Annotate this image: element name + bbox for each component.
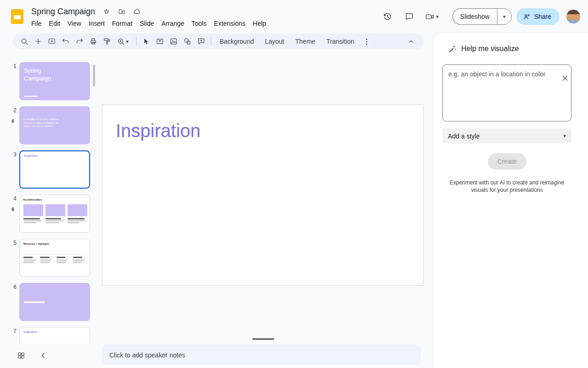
cursor-icon — [142, 37, 150, 46]
slide-number: 6 — [10, 284, 17, 290]
slide-thumbnail-2[interactable]: A campaign full of fresh, fantastical, i… — [19, 106, 90, 144]
slide-number: 3 — [10, 151, 17, 158]
create-button[interactable]: Create — [488, 153, 526, 170]
version-history-button[interactable] — [382, 11, 393, 22]
add-style-label: Add a style — [448, 132, 480, 140]
header: Spring Campaign File Edit View Insert Fo… — [31, 6, 270, 29]
add-style-dropdown[interactable]: Add a style ▾ — [442, 128, 571, 144]
cloud-saved-icon[interactable] — [133, 8, 141, 16]
background-button[interactable]: Background — [214, 34, 260, 48]
toolbar-separator — [136, 37, 136, 46]
undo-icon — [62, 37, 70, 46]
slide-thumbnail-4[interactable]: Key Deliverables — [19, 195, 90, 233]
history-icon — [383, 12, 392, 22]
menu-help[interactable]: Help — [249, 18, 270, 29]
document-title[interactable]: Spring Campaign — [31, 7, 95, 17]
layout-button[interactable]: Layout — [260, 34, 290, 48]
menu-arrange[interactable]: Arrange — [158, 18, 188, 29]
grid-view-button[interactable] — [16, 350, 27, 361]
slide-filmstrip: 1 2 3 4 5 6 7 Spring Campaign A campaign… — [0, 52, 97, 343]
zoom-button[interactable]: ▾ — [114, 34, 133, 48]
caret-down-icon: ▾ — [126, 39, 129, 44]
comment-icon — [405, 12, 414, 21]
star-icon[interactable] — [103, 8, 110, 15]
new-slide-button[interactable] — [31, 34, 45, 48]
search-icon — [20, 37, 28, 46]
thumb-title: Inspiration — [20, 328, 90, 334]
menu-tools[interactable]: Tools — [188, 18, 210, 29]
toolbar: ▾ Background Layout Theme Transition ⋮ — [13, 34, 424, 49]
comments-button[interactable] — [404, 11, 415, 22]
panel-caption-text: Experiment with our AI to create and rei… — [447, 179, 567, 194]
templates-button[interactable] — [45, 34, 59, 48]
speaker-notes[interactable]: Click to add speaker notes — [102, 345, 421, 365]
undo-button[interactable] — [59, 34, 73, 48]
insert-image-button[interactable] — [167, 34, 181, 48]
help-me-visualize-panel: Help me visualize Add a style ▾ Create E… — [434, 33, 588, 368]
menu-view[interactable]: View — [64, 18, 85, 29]
slide-thumbnail-5[interactable]: Milestones + Highlights — [19, 239, 90, 277]
redo-button[interactable] — [73, 34, 86, 48]
collapse-filmstrip-button[interactable] — [38, 350, 49, 361]
text-box-button[interactable] — [153, 34, 167, 48]
videocam-icon — [425, 12, 435, 22]
menu-extensions[interactable]: Extensions — [210, 18, 249, 29]
transition-button[interactable]: Transition — [321, 34, 360, 48]
slide-thumbnail-3-selected[interactable]: Inspiration — [19, 150, 90, 189]
hide-menus-button[interactable] — [404, 34, 418, 48]
slides-app-icon[interactable] — [11, 9, 23, 24]
slide-thumbnail-6[interactable] — [19, 283, 90, 321]
visualize-prompt-input[interactable] — [442, 64, 571, 121]
thumb-title: Milestones + Highlights — [20, 239, 90, 245]
move-folder-icon[interactable] — [118, 8, 125, 15]
paperclip-icon — [10, 118, 16, 125]
caret-down-icon: ▾ — [436, 14, 439, 19]
menu-format[interactable]: Format — [108, 18, 136, 29]
account-avatar[interactable] — [566, 9, 581, 24]
menu-bar: File Edit View Insert Format Slide Arran… — [28, 18, 270, 29]
theme-button[interactable]: Theme — [290, 34, 321, 48]
magic-wand-icon — [447, 44, 457, 53]
slide-number: 2 — [10, 107, 17, 114]
menu-edit[interactable]: Edit — [45, 18, 64, 29]
insert-shape-button[interactable] — [181, 34, 194, 48]
search-menus-button[interactable] — [17, 34, 31, 48]
meet-button[interactable]: ▾ — [425, 12, 439, 22]
thumb-title: Key Deliverables — [20, 195, 90, 201]
slideshow-split-button: Slideshow ▾ — [452, 8, 512, 25]
share-person-icon — [523, 13, 531, 21]
slide-thumbnail-1[interactable]: Spring Campaign — [19, 62, 90, 100]
slide-canvas[interactable]: Inspiration — [102, 104, 424, 286]
add-comment-icon — [197, 37, 205, 46]
slideshow-button[interactable]: Slideshow — [452, 8, 497, 25]
close-panel-button[interactable] — [560, 73, 571, 84]
grid-view-icon — [17, 351, 25, 360]
canvas-horizontal-scrollbar[interactable] — [252, 338, 274, 340]
filmstrip-scrollbar[interactable] — [93, 64, 95, 86]
select-tool-button[interactable] — [139, 34, 153, 48]
share-button[interactable]: Share — [516, 8, 560, 25]
toolbar-overflow-button[interactable]: ⋮ — [360, 34, 373, 48]
print-button[interactable] — [86, 34, 100, 48]
thumb-content — [23, 257, 90, 264]
menu-file[interactable]: File — [28, 18, 45, 29]
paperclip-icon — [10, 206, 16, 213]
menu-insert[interactable]: Insert — [85, 18, 108, 29]
slide-number: 7 — [10, 328, 17, 334]
text-box-icon — [156, 37, 164, 46]
toolbar-separator — [211, 37, 211, 46]
chevron-left-icon — [39, 351, 47, 360]
share-label: Share — [534, 13, 551, 20]
slide-thumbnail-7[interactable]: Inspiration — [19, 327, 90, 343]
new-slide-layout-icon — [48, 37, 56, 46]
slide-title-text[interactable]: Inspiration — [116, 120, 201, 142]
slideshow-options-button[interactable]: ▾ — [497, 8, 512, 25]
slide-number: 5 — [10, 240, 17, 246]
thumb-timeline — [23, 254, 86, 255]
thumb-content — [23, 204, 90, 224]
insert-comment-button[interactable] — [194, 34, 208, 48]
thumb-body-text: A campaign full of fresh, fantastical, i… — [19, 106, 64, 128]
thumb-text-bar — [24, 301, 45, 303]
paint-format-button[interactable] — [100, 34, 114, 48]
menu-slide[interactable]: Slide — [136, 18, 158, 29]
